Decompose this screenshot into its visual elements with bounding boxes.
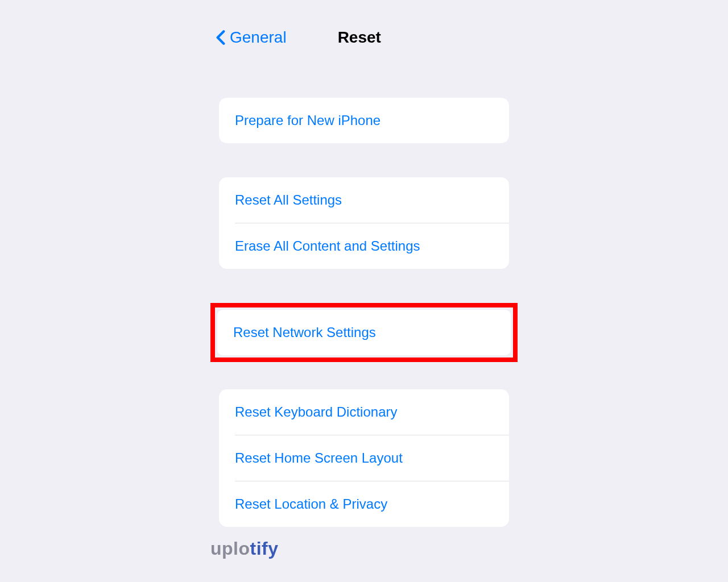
- settings-group: Reset Network Settings: [217, 310, 511, 355]
- menu-item-label: Reset Home Screen Layout: [235, 450, 403, 465]
- back-label: General: [230, 28, 287, 47]
- settings-group: Prepare for New iPhone: [219, 98, 509, 143]
- menu-item-reset-keyboard-dictionary[interactable]: Reset Keyboard Dictionary: [219, 389, 509, 435]
- watermark-part1: uplo: [210, 538, 250, 559]
- settings-reset-screen: General Reset Prepare for New iPhone Res…: [0, 0, 728, 527]
- page-title: Reset: [338, 28, 381, 47]
- menu-item-label: Reset Location & Privacy: [235, 496, 387, 512]
- menu-item-label: Reset Keyboard Dictionary: [235, 404, 397, 419]
- watermark-part2: tify: [250, 538, 279, 559]
- menu-item-erase-all-content[interactable]: Erase All Content and Settings: [219, 223, 509, 269]
- settings-group: Reset Keyboard Dictionary Reset Home Scr…: [219, 389, 509, 527]
- menu-item-label: Prepare for New iPhone: [235, 113, 380, 128]
- menu-item-reset-home-screen-layout[interactable]: Reset Home Screen Layout: [219, 435, 509, 481]
- menu-item-prepare-new-iphone[interactable]: Prepare for New iPhone: [219, 98, 509, 143]
- menu-item-reset-location-privacy[interactable]: Reset Location & Privacy: [219, 481, 509, 527]
- watermark: uplotify: [210, 538, 279, 559]
- chevron-left-icon: [216, 30, 225, 45]
- menu-item-label: Erase All Content and Settings: [235, 238, 420, 253]
- menu-item-reset-network-settings[interactable]: Reset Network Settings: [217, 310, 511, 355]
- nav-header: General Reset: [205, 28, 728, 47]
- highlight-box: Reset Network Settings: [210, 303, 518, 362]
- menu-item-reset-all-settings[interactable]: Reset All Settings: [219, 177, 509, 223]
- menu-item-label: Reset Network Settings: [233, 325, 376, 340]
- back-button[interactable]: General: [216, 28, 287, 47]
- settings-group: Reset All Settings Erase All Content and…: [219, 177, 509, 269]
- menu-item-label: Reset All Settings: [235, 192, 342, 207]
